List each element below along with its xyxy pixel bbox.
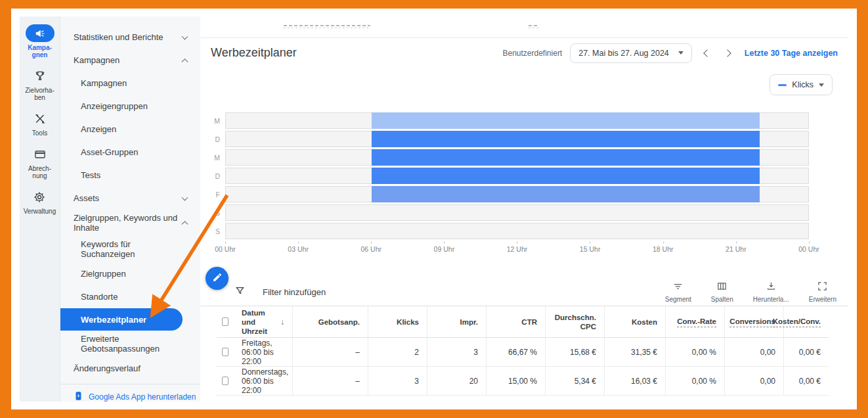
rail-label: Abrech- nung (28, 165, 51, 179)
schedule-bar[interactable] (372, 149, 760, 166)
chevron-up-icon (182, 58, 188, 65)
axis-tick: 15 Uhr (580, 245, 601, 253)
rail-label: Verwaltung (24, 208, 56, 215)
day-track[interactable] (225, 186, 809, 202)
day-track[interactable] (225, 112, 809, 129)
sidebar-item-label: Asset-Gruppen (81, 147, 138, 157)
chevron-down-icon (182, 194, 188, 200)
sort-descending-icon: ↓ (280, 317, 284, 327)
chart-row-dienstag: D (200, 131, 809, 147)
schedule-bar[interactable] (372, 112, 760, 129)
column-header-kosten-conv[interactable]: Kosten/Conv. (783, 306, 829, 337)
page-header: Werbezeitplaner Benutzerdefiniert 27. Ma… (200, 37, 848, 68)
sidebar-item-kampagnen-header[interactable]: Kampagnen (60, 49, 200, 72)
sidebar-item-anzeigengruppen[interactable]: Anzeigengruppen (60, 95, 200, 118)
google-ads-app-download-link[interactable]: Google Ads App herunterladen (60, 387, 200, 402)
cell-ctr: 15,00 % (486, 367, 545, 395)
row-checkbox[interactable] (222, 377, 228, 385)
column-header-klicks[interactable]: Klicks (368, 306, 427, 337)
select-all-checkbox[interactable] (222, 317, 228, 326)
cell-klicks: 2 (368, 338, 427, 366)
date-range-dropdown[interactable]: 27. Mai bis 27. Aug 2024 (570, 43, 692, 63)
schedule-bar[interactable] (372, 168, 760, 184)
axis-tick: 06 Uhr (360, 245, 381, 253)
rail-item-abrechnung[interactable]: Abrech- nung (26, 145, 54, 179)
sidebar-item-aenderungsverlauf[interactable]: Änderungsverlauf (60, 357, 200, 380)
sidebar-item-assets[interactable]: Assets (60, 187, 200, 210)
column-header-kosten[interactable]: Kosten (604, 306, 665, 337)
time-axis: 00 Uhr 03 Uhr 06 Uhr 09 Uhr 12 Uhr 15 Uh… (225, 245, 809, 257)
cell-impr: 20 (427, 367, 486, 395)
pencil-icon (212, 272, 223, 285)
dropdown-caret-icon (678, 51, 684, 55)
download-button[interactable]: Herunterla... (753, 281, 789, 303)
sidebar-item-zielgruppen[interactable]: Zielgruppen (60, 262, 200, 285)
legend-dash-icon (778, 84, 787, 86)
sidebar-item-asset-gruppen[interactable]: Asset-Gruppen (60, 141, 200, 164)
sidebar-item-keywords-fuer-suchanzeigen[interactable]: Keywords für Suchanzeigen (60, 236, 200, 262)
axis-tick: 12 Uhr (507, 245, 528, 253)
day-track[interactable] (225, 204, 809, 221)
column-header-impr[interactable]: Impr. (427, 306, 486, 337)
rail-label: Zielvorha- ben (25, 87, 54, 101)
day-track[interactable] (225, 131, 809, 147)
sidebar-item-standorte[interactable]: Standorte (60, 285, 200, 308)
edit-schedule-button[interactable] (206, 267, 228, 290)
column-header-conv-rate[interactable]: Conv.-Rate (665, 306, 724, 337)
date-mode-label: Benutzerdefiniert (502, 49, 562, 58)
date-range-value: 27. Mai bis 27. Aug 2024 (578, 49, 669, 58)
date-controls: Benutzerdefiniert 27. Mai bis 27. Aug 20… (502, 43, 838, 63)
megaphone-icon (26, 24, 54, 42)
sidebar-item-kampagnen[interactable]: Kampagnen (60, 72, 200, 95)
last-30-days-link[interactable]: Letzte 30 Tage anzeigen (745, 49, 838, 58)
sidebar-item-label: Zielgruppen (81, 269, 126, 279)
next-range-button[interactable] (722, 46, 737, 60)
sidebar-item-statistiken-und-berichte[interactable]: Statistiken und Berichte (60, 26, 200, 49)
rail-item-zielvorhaben[interactable]: Zielvorha- ben (25, 67, 54, 101)
column-header-datum[interactable]: Datum und Uhrzeit↓ (236, 306, 292, 337)
add-filter-button[interactable]: Filter hinzufügen (234, 285, 326, 299)
day-label: M (200, 154, 225, 162)
sidebar-item-tests[interactable]: Tests (60, 164, 200, 187)
axis-tick: 00 Uhr (798, 245, 819, 253)
sidebar-item-label: Keywords für Suchanzeigen (81, 239, 167, 259)
rail-item-tools[interactable]: Tools (26, 110, 54, 137)
day-label: D (200, 135, 225, 143)
chart-row-montag: M (200, 112, 809, 129)
columns-button[interactable]: Spalten (711, 281, 733, 303)
gear-icon (25, 188, 54, 206)
schedule-bar[interactable] (372, 186, 760, 202)
row-checkbox[interactable] (222, 348, 228, 356)
column-header-gebotsanp[interactable]: Gebotsanp. (292, 306, 368, 337)
column-header-cpc[interactable]: Durchschn. CPC (545, 306, 604, 337)
sidebar-item-anzeigen[interactable]: Anzeigen (60, 118, 200, 141)
filter-label: Filter hinzufügen (263, 287, 326, 297)
segment-button[interactable]: Segment (665, 281, 691, 303)
previous-range-button[interactable] (700, 46, 714, 60)
table-row[interactable]: Freitags, 06:00 bis 22:00 – 2 3 66,67 % … (217, 338, 829, 367)
main-content: Werbezeitplaner Benutzerdefiniert 27. Ma… (200, 16, 848, 402)
cell-cpc: 5,34 € (545, 367, 604, 395)
cell-kosten-conv: 0,00 € (783, 367, 829, 395)
metric-selector-dropdown[interactable]: Klicks (770, 74, 833, 95)
tools-icon (26, 110, 54, 128)
day-track[interactable] (225, 149, 809, 166)
screenshot-frame: Kampa- gnen Zielvorha- ben (0, 0, 868, 418)
table-row[interactable]: Donnerstags, 06:00 bis 22:00 – 3 20 15,0… (217, 367, 829, 396)
sidebar-item-werbezeitplaner[interactable]: Werbezeitplaner (60, 308, 183, 331)
expand-button[interactable]: Erweitern (809, 281, 836, 303)
axis-tick: 09 Uhr (434, 245, 455, 253)
schedule-bar[interactable] (372, 131, 760, 147)
header-checkbox-cell (217, 306, 236, 337)
divider (60, 384, 200, 384)
rail-item-kampagnen[interactable]: Kampa- gnen (26, 24, 54, 58)
cell-klicks: 3 (368, 367, 427, 395)
column-header-ctr[interactable]: CTR (486, 306, 545, 337)
sidebar-item-erweiterte-gebotsanpassungen[interactable]: Erweiterte Gebotsanpassungen (60, 331, 200, 357)
icon-rail: Kampa- gnen Zielvorha- ben (20, 16, 60, 402)
sidebar-item-label: Anzeigengruppen (81, 101, 148, 111)
day-track[interactable] (225, 223, 809, 239)
sidebar-item-zielgruppen-keywords-inhalte[interactable]: Zielgruppen, Keywords und Inhalte (60, 210, 200, 236)
rail-item-verwaltung[interactable]: Verwaltung (24, 188, 56, 215)
day-track[interactable] (225, 168, 809, 184)
